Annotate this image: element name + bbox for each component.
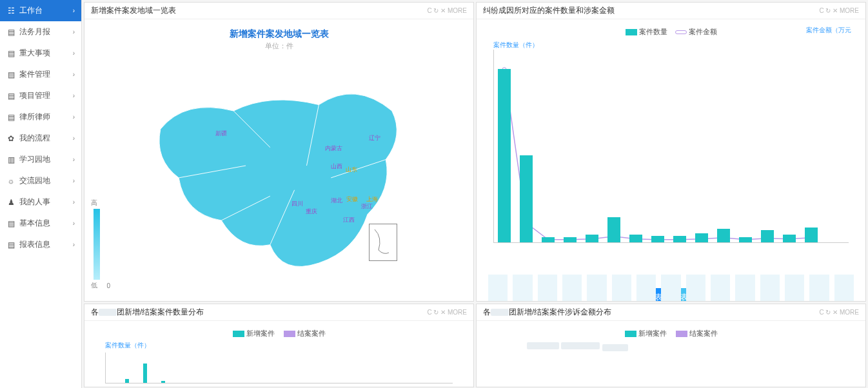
chevron-right-icon: › (73, 71, 75, 78)
y-axis-left-label: 案件数量（件） (493, 41, 860, 50)
sidebar: ☷工作台 › ▤法务月报› ▤重大事项› ▤案件管理› ▤项目管理› ▤律所律师… (0, 0, 82, 388)
panel-body: 新增案件 结案案件 案件数量（件） (84, 321, 473, 387)
chevron-right-icon: › (73, 241, 75, 248)
sidebar-item-label: 交流园地 (19, 175, 50, 186)
map-inset-box (369, 224, 397, 261)
mini-bar-chart[interactable] (105, 353, 453, 383)
panel-tools[interactable]: C ↻ ✕ MORE (427, 7, 467, 14)
sidebar-item-label: 我的流程 (19, 133, 50, 144)
sidebar-item-dashboard[interactable]: ☷工作台 › (0, 0, 81, 21)
chevron-right-icon: › (73, 177, 75, 184)
chat-icon: ☼ (6, 177, 15, 186)
doc-icon: ▤ (6, 92, 15, 101)
map-label[interactable]: 山东 (345, 166, 357, 173)
sidebar-item-label: 我的人事 (19, 197, 50, 208)
bar[interactable] (805, 228, 818, 242)
sidebar-item-learning[interactable]: ▥学习园地› (0, 149, 81, 170)
bar[interactable] (629, 235, 642, 242)
legend-label: 新增案件 (638, 329, 667, 337)
sidebar-item-label: 基本信息 (19, 218, 50, 229)
redacted (491, 309, 509, 316)
sidebar-item-exchange[interactable]: ☼交流园地› (0, 170, 81, 191)
line-overlay (494, 50, 849, 242)
map-label[interactable]: 内蒙古 (324, 145, 342, 151)
map-label[interactable]: 重庆 (305, 208, 317, 215)
doc-icon: ▤ (6, 113, 15, 122)
legend-swatch (625, 331, 636, 337)
map-label[interactable]: 浙江 (361, 203, 373, 209)
legend-label: 案件金额 (689, 28, 717, 35)
bar[interactable] (783, 235, 796, 242)
panel-tools[interactable]: C ↻ ✕ MORE (427, 309, 467, 316)
sidebar-item-label: 报表信息 (19, 239, 50, 250)
chevron-right-icon: › (73, 135, 75, 142)
panel-header: 各团新增/结案案件数量分布 C ↻ ✕ MORE (84, 304, 473, 321)
legend-label: 结案案件 (689, 329, 718, 337)
sidebar-item-lawfirm[interactable]: ▤律所律师› (0, 106, 81, 128)
bar[interactable] (564, 237, 577, 242)
sidebar-item-falv-monthly[interactable]: ▤法务月报› (0, 21, 81, 43)
bar[interactable] (520, 155, 533, 242)
chevron-right-icon: › (73, 7, 75, 14)
legend-swatch (284, 331, 295, 337)
bar[interactable] (498, 69, 511, 242)
map-label[interactable]: 上海 (366, 196, 378, 202)
map-label[interactable]: 湖北 (331, 197, 342, 204)
map-label[interactable]: 江西 (343, 217, 355, 223)
bar-chart[interactable] (493, 50, 849, 243)
sidebar-item-my-hr[interactable]: ♟我的人事› (0, 191, 81, 213)
panel-title: 各团新增/结案案件数量分布 (91, 307, 204, 318)
doc-icon: ▤ (6, 28, 15, 37)
bar[interactable] (717, 229, 730, 242)
sidebar-item-project-mgmt[interactable]: ▤项目管理› (0, 85, 81, 106)
map-label[interactable]: 山西 (331, 163, 342, 170)
redacted (99, 309, 117, 316)
chart-legend: 案件数量 案件金额 (482, 27, 860, 37)
bar[interactable] (673, 236, 686, 242)
panel-map: 新增案件案发地域一览表 C ↻ ✕ MORE 新增案件案发地域一览表 单位：件 … (84, 2, 474, 302)
sidebar-item-case-mgmt[interactable]: ▤案件管理› (0, 64, 81, 85)
legend-swatch-line (675, 30, 687, 34)
panel-tools[interactable]: C ↻ ✕ MORE (819, 309, 859, 316)
x-axis-redacted (488, 275, 854, 302)
bar[interactable] (739, 237, 752, 242)
panel-cause-chart: 纠纷成因所对应的案件数量和涉案金额 C ↻ ✕ MORE 案件数量 案件金额 案… (476, 2, 866, 302)
bar[interactable] (586, 235, 598, 242)
panel-title: 新增案件案发地域一览表 (91, 5, 176, 16)
sidebar-item-basic-info[interactable]: ▤基本信息› (0, 213, 81, 234)
book-icon: ▥ (6, 155, 15, 164)
panel-group-count: 各团新增/结案案件数量分布 C ↻ ✕ MORE 新增案件 结案案件 案件数量（… (84, 304, 474, 387)
map-label[interactable]: 辽宁 (368, 135, 380, 141)
doc-icon: ▤ (6, 70, 15, 79)
doc-icon: ▤ (6, 49, 15, 58)
legend-label: 新增案件 (246, 329, 275, 337)
main-content: 新增案件案发地域一览表 C ↻ ✕ MORE 新增案件案发地域一览表 单位：件 … (82, 0, 868, 388)
sidebar-item-label: 法务月报 (19, 26, 50, 37)
chevron-right-icon: › (73, 28, 75, 35)
panel-header: 纠纷成因所对应的案件数量和涉案金额 C ↻ ✕ MORE (477, 3, 865, 19)
sidebar-item-label: 项目管理 (19, 90, 50, 101)
bar[interactable] (651, 236, 664, 242)
chevron-right-icon: › (73, 220, 75, 227)
sidebar-item-label: 律所律师 (19, 112, 50, 122)
bar[interactable] (607, 217, 620, 242)
chevron-right-icon: › (73, 199, 75, 206)
sidebar-item-major-events[interactable]: ▤重大事项› (0, 43, 81, 64)
bar[interactable] (542, 237, 555, 242)
flow-icon: ✿ (6, 134, 15, 143)
sidebar-item-label: 案件管理 (19, 69, 50, 80)
chart-legend: 新增案件 结案案件 (90, 329, 468, 338)
bar[interactable] (761, 230, 774, 242)
panel-tools[interactable]: C ↻ ✕ MORE (819, 7, 859, 14)
sidebar-item-my-workflow[interactable]: ✿我的流程› (0, 128, 81, 149)
map-label[interactable]: 安徽 (346, 196, 357, 202)
sidebar-item-report-info[interactable]: ▤报表信息› (0, 234, 81, 255)
chart-legend: 新增案件 结案案件 (482, 329, 860, 338)
sidebar-item-label: 重大事项 (19, 48, 50, 59)
panel-body: 新增案件 结案案件 (477, 321, 865, 387)
chevron-right-icon: › (73, 50, 75, 57)
bar[interactable] (695, 233, 708, 243)
panel-group-amount: 各团新增/结案案件涉诉金额分布 C ↻ ✕ MORE 新增案件 结案案件 (476, 304, 866, 387)
map-label[interactable]: 新疆 (215, 130, 226, 137)
map-label[interactable]: 四川 (291, 200, 302, 207)
